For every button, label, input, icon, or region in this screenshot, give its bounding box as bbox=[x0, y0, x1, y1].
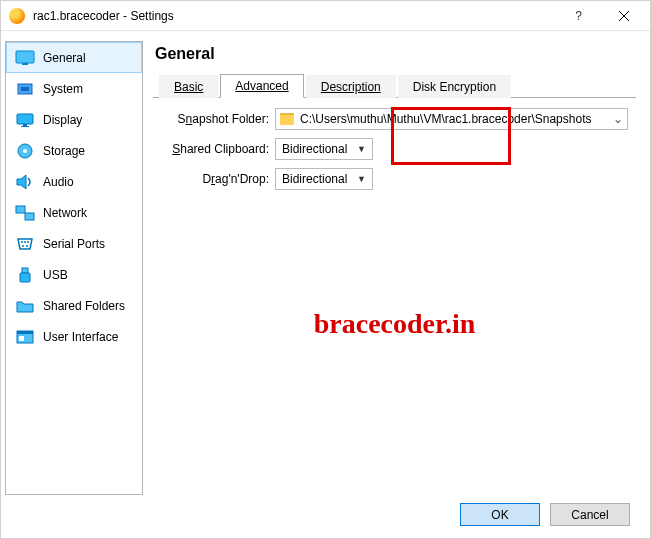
sidebar-item-shared-folders[interactable]: Shared Folders bbox=[6, 290, 142, 321]
tab-bar: Basic Advanced Description Disk Encrypti… bbox=[153, 73, 636, 98]
titlebar: rac1.bracecoder - Settings ? bbox=[1, 1, 650, 31]
folder-icon bbox=[15, 296, 35, 316]
shared-clipboard-select[interactable]: Bidirectional ▼ bbox=[275, 138, 373, 160]
tab-advanced[interactable]: Advanced bbox=[220, 74, 303, 98]
sidebar-item-label: Network bbox=[43, 206, 87, 220]
svg-point-18 bbox=[22, 245, 24, 247]
window-title: rac1.bracecoder - Settings bbox=[33, 9, 556, 23]
sidebar-item-audio[interactable]: Audio bbox=[6, 166, 142, 197]
svg-rect-13 bbox=[25, 213, 34, 220]
app-icon bbox=[9, 8, 25, 24]
svg-point-17 bbox=[27, 241, 29, 243]
sidebar-item-label: Display bbox=[43, 113, 82, 127]
sidebar-item-serial[interactable]: Serial Ports bbox=[6, 228, 142, 259]
drag-drop-value: Bidirectional bbox=[282, 172, 347, 186]
settings-content: General Basic Advanced Description Disk … bbox=[147, 41, 636, 495]
svg-rect-2 bbox=[16, 51, 34, 63]
svg-rect-24 bbox=[19, 336, 24, 341]
tab-disk-encryption[interactable]: Disk Encryption bbox=[398, 75, 511, 98]
general-icon bbox=[15, 48, 35, 68]
snapshot-folder-row: Snapshot Folder: C:\Users\muthu\Muthu\VM… bbox=[161, 108, 628, 130]
tab-basic[interactable]: Basic bbox=[159, 75, 218, 98]
sidebar-item-label: General bbox=[43, 51, 86, 65]
storage-icon bbox=[15, 141, 35, 161]
svg-rect-6 bbox=[17, 114, 33, 124]
svg-marker-14 bbox=[18, 239, 32, 249]
settings-sidebar: General System Display Storage bbox=[5, 41, 143, 495]
triangle-down-icon: ▼ bbox=[357, 144, 366, 154]
triangle-down-icon: ▼ bbox=[357, 174, 366, 184]
sidebar-item-label: Storage bbox=[43, 144, 85, 158]
shared-clipboard-value: Bidirectional bbox=[282, 142, 347, 156]
system-icon bbox=[15, 79, 35, 99]
help-button[interactable]: ? bbox=[556, 2, 601, 30]
ok-button[interactable]: OK bbox=[460, 503, 540, 526]
usb-icon bbox=[15, 265, 35, 285]
svg-rect-5 bbox=[21, 87, 29, 91]
snapshot-folder-select[interactable]: C:\Users\muthu\Muthu\VM\rac1.bracecoder\… bbox=[275, 108, 628, 130]
sidebar-item-label: USB bbox=[43, 268, 68, 282]
shared-clipboard-row: Shared Clipboard: Bidirectional ▼ bbox=[161, 138, 628, 160]
chevron-down-icon: ⌄ bbox=[613, 112, 623, 126]
sidebar-item-label: User Interface bbox=[43, 330, 118, 344]
svg-marker-11 bbox=[17, 175, 26, 189]
network-icon bbox=[15, 203, 35, 223]
drag-drop-row: Drag'n'Drop: Bidirectional ▼ bbox=[161, 168, 628, 190]
snapshot-folder-label: Snapshot Folder: bbox=[161, 112, 269, 126]
sidebar-item-system[interactable]: System bbox=[6, 73, 142, 104]
sidebar-item-ui[interactable]: User Interface bbox=[6, 321, 142, 352]
svg-point-15 bbox=[21, 241, 23, 243]
svg-point-10 bbox=[23, 149, 27, 153]
sidebar-item-usb[interactable]: USB bbox=[6, 259, 142, 290]
svg-point-16 bbox=[24, 241, 26, 243]
drag-drop-select[interactable]: Bidirectional ▼ bbox=[275, 168, 373, 190]
watermark-text: bracecoder.in bbox=[153, 308, 636, 340]
sidebar-item-label: Shared Folders bbox=[43, 299, 125, 313]
close-button[interactable] bbox=[601, 2, 646, 30]
display-icon bbox=[15, 110, 35, 130]
svg-rect-23 bbox=[17, 331, 33, 334]
svg-rect-20 bbox=[22, 268, 28, 273]
audio-icon bbox=[15, 172, 35, 192]
sidebar-item-general[interactable]: General bbox=[6, 42, 142, 73]
svg-rect-7 bbox=[23, 124, 27, 126]
sidebar-item-label: Serial Ports bbox=[43, 237, 105, 251]
sidebar-item-storage[interactable]: Storage bbox=[6, 135, 142, 166]
tab-description[interactable]: Description bbox=[306, 75, 396, 98]
sidebar-item-network[interactable]: Network bbox=[6, 197, 142, 228]
sidebar-item-label: Audio bbox=[43, 175, 74, 189]
svg-point-19 bbox=[26, 245, 28, 247]
ui-icon bbox=[15, 327, 35, 347]
svg-rect-8 bbox=[21, 126, 29, 127]
sidebar-item-label: System bbox=[43, 82, 83, 96]
dialog-footer: OK Cancel bbox=[5, 495, 636, 526]
svg-rect-3 bbox=[22, 63, 28, 65]
page-title: General bbox=[153, 41, 636, 73]
folder-icon bbox=[280, 113, 294, 125]
svg-rect-12 bbox=[16, 206, 25, 213]
cancel-button[interactable]: Cancel bbox=[550, 503, 630, 526]
svg-rect-21 bbox=[20, 273, 30, 282]
sidebar-item-display[interactable]: Display bbox=[6, 104, 142, 135]
serial-icon bbox=[15, 234, 35, 254]
shared-clipboard-label: Shared Clipboard: bbox=[161, 142, 269, 156]
drag-drop-label: Drag'n'Drop: bbox=[161, 172, 269, 186]
snapshot-folder-path: C:\Users\muthu\Muthu\VM\rac1.bracecoder\… bbox=[300, 112, 607, 126]
